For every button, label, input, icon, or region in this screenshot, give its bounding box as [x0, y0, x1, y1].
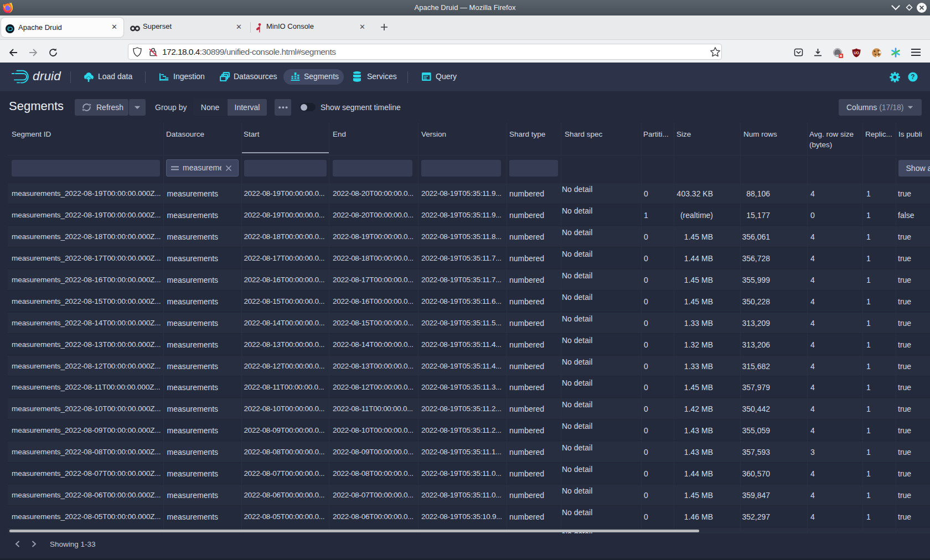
- svg-text:UO: UO: [854, 51, 859, 55]
- svg-text:?: ?: [911, 73, 914, 81]
